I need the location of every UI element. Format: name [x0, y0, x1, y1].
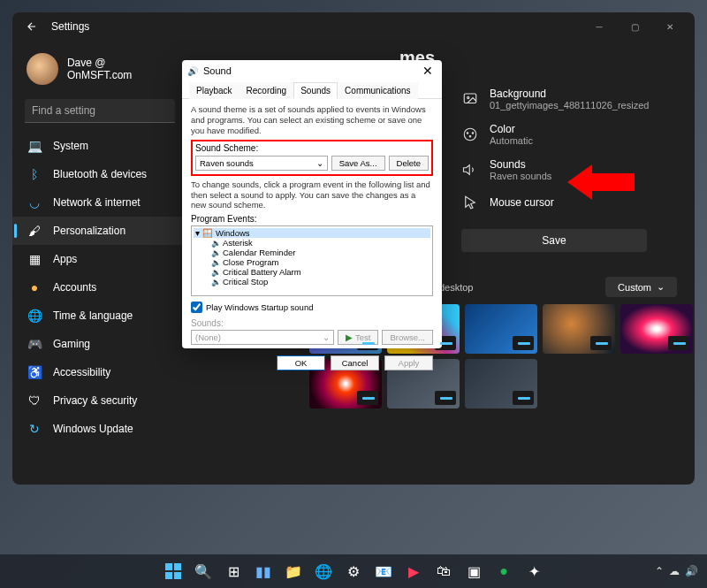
close-button[interactable]: ✕	[652, 13, 688, 40]
custom-label: Custom	[618, 282, 651, 293]
scheme-label: Sound Scheme:	[195, 143, 429, 153]
browse-button: Browse...	[382, 330, 433, 345]
chevron-up-icon[interactable]: ⌃	[655, 565, 664, 577]
mail-icon[interactable]: 📧	[370, 558, 397, 584]
cancel-button[interactable]: Cancel	[331, 355, 379, 370]
events-root-label: Windows	[216, 228, 250, 238]
task-view-button[interactable]: ⊞	[220, 558, 247, 584]
tab-recording[interactable]: Recording	[239, 82, 294, 99]
nav-apps[interactable]: ▦Apps	[12, 245, 187, 273]
nav-accessibility[interactable]: ♿Accessibility	[12, 358, 187, 386]
theme-thumb[interactable]	[465, 304, 537, 354]
nav-accounts[interactable]: ●Accounts	[12, 273, 187, 302]
taskbar: 🔍 ⊞ ▮▮ 📁 🌐 ⚙ 📧 ▶ 🛍 ▣ ● ✦ ⌃ ☁ 🔊	[0, 554, 707, 588]
terminal-icon[interactable]: ▣	[460, 558, 487, 584]
svg-point-4	[472, 133, 474, 134]
apply-button: Apply	[384, 355, 433, 370]
explorer-icon[interactable]: 📁	[280, 558, 307, 584]
globe-icon: 🌐	[27, 308, 42, 324]
option-background[interactable]: Background01_gettyimages_488111026_resiz…	[461, 88, 677, 111]
widgets-button[interactable]: ▮▮	[250, 558, 277, 584]
titlebar: Settings ─ ▢ ✕	[12, 12, 695, 41]
nav-bluetooth[interactable]: ᛒBluetooth & devices	[12, 160, 187, 188]
events-listbox[interactable]: ▾🪟Windows 🔈Asterisk 🔈Calendar Reminder 🔈…	[191, 225, 433, 296]
event-item[interactable]: 🔈Critical Battery Alarm	[209, 267, 430, 277]
startup-sound-label: Play Windows Startup sound	[206, 302, 313, 312]
nav-privacy[interactable]: 🛡Privacy & security	[12, 386, 187, 415]
nav-time[interactable]: 🌐Time & language	[12, 302, 187, 330]
ok-button[interactable]: OK	[277, 355, 325, 370]
sounds-dropdown[interactable]: (None)⌄	[191, 330, 334, 345]
option-color[interactable]: ColorAutomatic	[461, 123, 677, 146]
event-item[interactable]: 🔈Asterisk	[209, 238, 430, 248]
bluetooth-icon: ᛒ	[27, 166, 42, 182]
tab-communications[interactable]: Communications	[338, 82, 417, 99]
back-button[interactable]	[19, 14, 44, 39]
save-button[interactable]: Save	[461, 229, 647, 252]
delete-button[interactable]: Delete	[389, 156, 429, 171]
event-item[interactable]: 🔈Close Program	[209, 257, 430, 267]
dialog-title: Sound	[203, 65, 232, 76]
startup-sound-checkbox[interactable]	[191, 302, 202, 313]
sound-dialog: 🔊 Sound ✕ Playback Recording Sounds Comm…	[182, 60, 442, 348]
spotify-icon[interactable]: ●	[490, 558, 517, 584]
volume-icon[interactable]: 🔊	[685, 565, 698, 577]
event-item[interactable]: 🔈Calendar Reminder	[209, 248, 430, 257]
speaker-icon	[461, 161, 479, 179]
theme-thumb[interactable]	[465, 359, 537, 409]
tab-sounds[interactable]: Sounds	[293, 82, 338, 99]
custom-dropdown[interactable]: Custom⌄	[605, 277, 677, 297]
nav-label: Gaming	[53, 338, 90, 350]
svg-point-5	[469, 136, 471, 138]
nav-personalization[interactable]: 🖌Personalization	[12, 217, 187, 245]
app-icon[interactable]: ✦	[521, 558, 547, 584]
start-button[interactable]	[160, 558, 186, 584]
search-button[interactable]: 🔍	[190, 558, 217, 584]
option-subtitle: Raven sounds	[490, 171, 551, 181]
nav-label: Network & internet	[53, 196, 141, 209]
nav-gaming[interactable]: 🎮Gaming	[12, 330, 187, 358]
user-profile[interactable]: Dave @ OnMSFT.com	[12, 48, 187, 97]
event-item[interactable]: 🔈Critical Stop	[209, 277, 430, 286]
speaker-small-icon: 🔊	[187, 66, 198, 76]
svg-rect-9	[174, 572, 181, 579]
palette-icon	[461, 126, 479, 143]
maximize-button[interactable]: ▢	[617, 13, 652, 40]
event-label: Asterisk	[223, 238, 253, 248]
nav-label: Privacy & security	[53, 394, 137, 407]
dialog-close-button[interactable]: ✕	[419, 64, 437, 78]
annotation-arrow	[566, 164, 636, 200]
option-title: Background	[490, 88, 649, 100]
nav-label: Bluetooth & devices	[53, 168, 147, 180]
tab-playback[interactable]: Playback	[189, 82, 239, 99]
settings-icon[interactable]: ⚙	[340, 558, 367, 584]
option-title: Color	[490, 123, 533, 135]
scheme-dropdown[interactable]: Raven sounds⌄	[195, 156, 328, 171]
event-label: Critical Battery Alarm	[223, 267, 301, 277]
brush-icon: 🖌	[27, 223, 42, 239]
events-label: Program Events:	[191, 214, 433, 224]
sound-icon: 🔈	[211, 268, 220, 277]
nav-network[interactable]: ◡Network & internet	[12, 188, 187, 217]
store-icon[interactable]: 🛍	[430, 558, 457, 584]
nav-label: Time & language	[53, 309, 133, 322]
cloud-icon[interactable]: ☁	[669, 565, 680, 577]
play-icon[interactable]: ▶	[400, 558, 427, 584]
edge-icon[interactable]: 🌐	[310, 558, 337, 584]
sound-icon: 🔈	[211, 278, 220, 286]
system-tray[interactable]: ⌃ ☁ 🔊	[655, 565, 698, 577]
test-label: Test	[355, 332, 370, 342]
sounds-label: Sounds:	[191, 318, 433, 328]
option-title: Sounds	[490, 158, 551, 171]
search-input[interactable]	[25, 99, 175, 123]
theme-thumb[interactable]	[543, 304, 615, 354]
minimize-button[interactable]: ─	[582, 13, 617, 40]
chevron-down-icon: ⌄	[657, 281, 665, 293]
nav-update[interactable]: ↻Windows Update	[12, 415, 187, 443]
save-as-button[interactable]: Save As...	[331, 156, 385, 171]
events-tree-root[interactable]: ▾🪟Windows	[194, 228, 430, 238]
theme-thumb[interactable]	[620, 304, 693, 354]
user-name: Dave @ OnMSFT.com	[67, 57, 173, 81]
nav-system[interactable]: 💻System	[12, 132, 187, 160]
svg-rect-8	[165, 572, 172, 579]
